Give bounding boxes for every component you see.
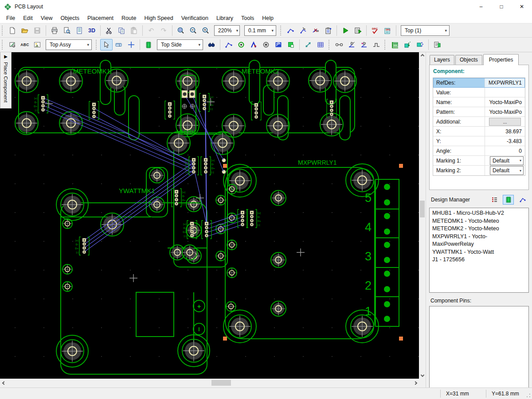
3d-view-button[interactable]: 3D <box>86 25 98 36</box>
additional-button[interactable]: ... <box>489 118 521 126</box>
list-item-mxpwrrly1[interactable]: MXPWRRLY1 - Yocto-MaxiPowerRelay <box>432 233 526 248</box>
copy-button[interactable] <box>115 25 128 36</box>
table-tool-button[interactable] <box>314 39 327 50</box>
open-file-button[interactable] <box>19 25 31 36</box>
close-button[interactable]: ✕ <box>512 0 532 13</box>
placement-side-select[interactable]: Top Side▾ <box>157 39 203 50</box>
select-tool-button[interactable] <box>100 39 113 50</box>
drc-report-button[interactable]: DRC <box>381 25 394 36</box>
scroll-down-arrow[interactable] <box>419 372 426 379</box>
run-autorouter-button[interactable] <box>339 25 352 36</box>
horizontal-scroll-thumb[interactable] <box>211 380 231 386</box>
copper-pour-button[interactable] <box>272 39 285 50</box>
resize-grip[interactable] <box>526 393 531 398</box>
tab-objects[interactable]: Objects <box>455 55 482 65</box>
list-item-j1[interactable]: J1 - 1725656 <box>432 256 526 264</box>
design-manager-list[interactable]: MHUB1 - Micro-USB-Hub-V2 METEOMK1 - Yoct… <box>429 208 529 293</box>
horizontal-scrollbar[interactable] <box>0 379 419 386</box>
assembly-layer-select[interactable]: Top Assy▾ <box>46 39 92 50</box>
update-from-schematic-button[interactable] <box>401 39 414 50</box>
measure-tool-button[interactable]: 1 <box>113 39 125 50</box>
grid-step-select[interactable]: 0.1 mm▾ <box>244 25 276 36</box>
net-view-button[interactable] <box>517 195 528 205</box>
place-shape-button[interactable] <box>285 39 297 50</box>
drc-check-button[interactable]: DRC <box>369 25 381 36</box>
place-via-button[interactable] <box>235 39 247 50</box>
net-list-view-button[interactable] <box>489 195 500 205</box>
tab-properties[interactable]: Properties <box>483 54 519 65</box>
component-pins-list[interactable] <box>429 306 529 389</box>
new-file-button[interactable] <box>6 25 19 36</box>
zoom-window-button[interactable] <box>175 25 187 36</box>
menu-help[interactable]: Help <box>258 14 278 22</box>
pcb-canvas[interactable]: + I 5 4 3 2 1 <box>0 52 419 379</box>
list-item-mhub1[interactable]: MHUB1 - Micro-USB-Hub-V2 <box>432 209 526 217</box>
edit-traces-button[interactable] <box>345 39 358 50</box>
vertical-scroll-thumb[interactable] <box>420 201 425 217</box>
tab-layers[interactable]: Layers <box>430 55 454 65</box>
property-row-refdes[interactable]: RefDes: MXPWRRLY1 <box>433 78 525 88</box>
property-row-marking1[interactable]: Marking 1: Default▾ <box>433 156 525 166</box>
marking2-select[interactable]: Default▾ <box>490 166 524 175</box>
print-preview-button[interactable] <box>61 25 73 36</box>
property-row-y[interactable]: Y: -3.483 <box>433 136 525 146</box>
minimize-button[interactable]: – <box>471 0 491 13</box>
route-current-button[interactable] <box>247 39 260 50</box>
property-row-angle[interactable]: Angle: 0 <box>433 146 525 156</box>
find-component-button[interactable] <box>205 39 218 50</box>
route-setup-button[interactable] <box>322 25 334 36</box>
property-row-name[interactable]: Name: Yocto-MaxiPo <box>433 97 525 107</box>
fillet-tool-button[interactable] <box>333 39 345 50</box>
menu-library[interactable]: Library <box>212 14 237 22</box>
delete-route-button[interactable] <box>309 25 322 36</box>
place-pad-button[interactable] <box>260 39 272 50</box>
zoom-out-button[interactable] <box>187 25 200 36</box>
titles-sheet-button[interactable] <box>73 25 86 36</box>
menu-objects[interactable]: Objects <box>57 14 83 22</box>
board-outline-button[interactable] <box>389 39 401 50</box>
component-view-button[interactable] <box>503 195 514 205</box>
cut-button[interactable] <box>103 25 115 36</box>
pcb-canvas-area[interactable]: + I 5 4 3 2 1 <box>0 52 419 379</box>
meander-tool-button[interactable] <box>370 39 383 50</box>
component-list-button[interactable] <box>431 39 443 50</box>
property-row-value[interactable]: Value: <box>433 88 525 97</box>
scroll-left-arrow[interactable] <box>0 379 8 387</box>
zoom-pointer-button[interactable] <box>200 25 212 36</box>
property-row-pattern[interactable]: Pattern: Yocto-MaxiPo <box>433 107 525 117</box>
menu-file[interactable]: File <box>2 14 19 22</box>
menu-tools[interactable]: Tools <box>237 14 258 22</box>
scroll-up-arrow[interactable] <box>419 52 426 59</box>
property-row-additional[interactable]: Additional: ... <box>433 117 525 127</box>
menu-high-speed[interactable]: High Speed <box>140 14 177 22</box>
menu-placement[interactable]: Placement <box>83 14 117 22</box>
origin-tool-button[interactable] <box>125 39 137 50</box>
vertical-scrollbar[interactable] <box>419 52 426 379</box>
update-layout-button[interactable] <box>414 39 426 50</box>
menu-verification[interactable]: Verification <box>177 14 212 22</box>
move-traces-button[interactable] <box>358 39 370 50</box>
property-row-x[interactable]: X: 38.697 <box>433 127 525 136</box>
place-component-tab[interactable]: ▶ Place Component <box>0 52 12 108</box>
save-button[interactable] <box>31 25 43 36</box>
draw-shape-button[interactable] <box>6 39 19 50</box>
list-item-meteomk1[interactable]: METEOMK1 - Yocto-Meteo <box>432 217 526 225</box>
route-manual-button[interactable] <box>285 25 297 36</box>
menu-edit[interactable]: Edit <box>19 14 37 22</box>
unroute-net-button[interactable] <box>297 25 309 36</box>
print-button[interactable] <box>48 25 61 36</box>
paste-button[interactable] <box>128 25 140 36</box>
list-item-meteomk2[interactable]: METEOMK2 - Yocto-Meteo <box>432 225 526 233</box>
place-component-button[interactable] <box>142 39 155 50</box>
menu-view[interactable]: View <box>37 14 57 22</box>
zoom-level-select[interactable]: 220%▾ <box>214 25 240 36</box>
autorouter-setup-button[interactable] <box>352 25 364 36</box>
place-picture-button[interactable] <box>31 39 43 50</box>
scroll-right-arrow[interactable] <box>411 379 419 387</box>
place-trace-button[interactable] <box>223 39 235 50</box>
signal-layer-select[interactable]: Top (1)▾ <box>401 25 450 36</box>
redo-button[interactable]: ↷ <box>157 25 170 36</box>
undo-button[interactable]: ↶ <box>145 25 157 36</box>
dimension-tool-button[interactable] <box>302 39 314 50</box>
menu-route[interactable]: Route <box>117 14 140 22</box>
